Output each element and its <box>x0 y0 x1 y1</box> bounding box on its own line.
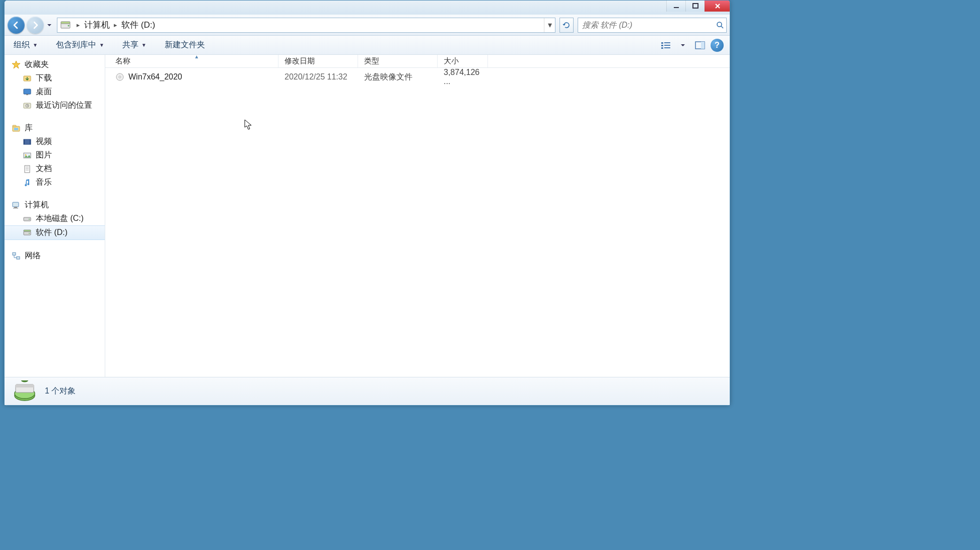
svg-rect-16 <box>26 94 28 95</box>
refresh-button[interactable] <box>559 18 574 33</box>
download-icon <box>23 74 32 83</box>
svg-rect-22 <box>24 139 31 144</box>
sidebar-item-downloads[interactable]: 下载 <box>5 71 105 85</box>
status-text: 1 个对象 <box>45 386 76 397</box>
forward-button[interactable] <box>27 17 44 34</box>
sidebar-item-drive-d[interactable]: 软件 (D:) <box>5 225 105 240</box>
sidebar-item-label: 最近访问的位置 <box>36 100 92 111</box>
file-row[interactable]: Win7x64_2020 2020/12/25 11:32 光盘映像文件 3,8… <box>105 70 730 84</box>
search-input[interactable] <box>578 21 714 30</box>
back-button[interactable] <box>8 17 25 34</box>
column-header-date[interactable]: 修改日期 <box>278 55 358 67</box>
search-icon[interactable] <box>714 18 726 32</box>
column-header-name[interactable]: 名称▲ <box>105 55 278 67</box>
svg-rect-36 <box>13 253 16 255</box>
drive-icon <box>23 214 32 223</box>
sidebar-item-label: 图片 <box>36 150 52 161</box>
svg-rect-11 <box>664 47 670 48</box>
network-icon <box>12 252 21 261</box>
sidebar-item-drive-c[interactable]: 本地磁盘 (C:) <box>5 212 105 225</box>
nav-history-dropdown[interactable] <box>46 20 53 30</box>
help-button[interactable]: ? <box>711 39 724 52</box>
view-mode-button[interactable] <box>659 39 672 52</box>
computer-icon <box>12 201 21 210</box>
svg-point-32 <box>29 218 30 219</box>
close-button[interactable] <box>705 1 730 12</box>
toolbar: 组织▼ 包含到库中▼ 共享▼ 新建文件夹 ? <box>5 36 730 55</box>
svg-rect-30 <box>13 208 18 209</box>
breadcrumb-separator: ▸ <box>77 21 80 29</box>
newfolder-label: 新建文件夹 <box>165 40 205 50</box>
drive-icon <box>23 228 32 238</box>
library-group: 库 视频 图片 文档 音乐 <box>5 121 105 189</box>
drive-icon <box>59 19 72 31</box>
computer-group: 计算机 本地磁盘 (C:) 软件 (D:) <box>5 198 105 240</box>
maximize-button[interactable] <box>685 1 705 12</box>
organize-label: 组织 <box>14 40 30 50</box>
column-header-size[interactable]: 大小 <box>438 55 488 67</box>
svg-rect-28 <box>13 202 19 207</box>
svg-point-34 <box>29 232 30 233</box>
nav-bar: ▸ 计算机 ▸ 软件 (D:) ▾ <box>5 15 730 36</box>
svg-rect-21 <box>14 128 18 130</box>
favorites-header[interactable]: 收藏夹 <box>5 58 105 71</box>
breadcrumb-computer[interactable]: 计算机 <box>83 18 111 32</box>
iso-file-icon <box>115 72 124 82</box>
chevron-down-icon: ▼ <box>142 42 147 48</box>
include-in-library-menu[interactable]: 包含到库中▼ <box>53 38 107 52</box>
nav-pane: 收藏夹 下载 桌面 最近访问的位置 库 视频 图片 文档 音乐 计算机 本地磁盘… <box>5 55 105 377</box>
sidebar-item-label: 桌面 <box>36 87 52 97</box>
sidebar-item-music[interactable]: 音乐 <box>5 176 105 189</box>
file-size-cell: 3,874,126 ... <box>438 68 488 86</box>
sidebar-item-pictures[interactable]: 图片 <box>5 148 105 162</box>
body-area: 收藏夹 下载 桌面 最近访问的位置 库 视频 图片 文档 音乐 计算机 本地磁盘… <box>5 55 730 377</box>
svg-rect-35 <box>24 230 31 231</box>
svg-rect-15 <box>24 89 31 94</box>
network-group: 网络 <box>5 249 105 263</box>
svg-rect-23 <box>24 139 25 144</box>
svg-rect-44 <box>16 384 34 387</box>
svg-rect-29 <box>14 207 17 208</box>
sidebar-item-label: 音乐 <box>36 177 52 188</box>
minimize-button[interactable] <box>666 1 685 12</box>
network-label: 网络 <box>25 251 41 261</box>
status-bar: 1 个对象 <box>5 377 730 405</box>
library-header[interactable]: 库 <box>5 121 105 135</box>
column-label: 修改日期 <box>285 56 315 66</box>
preview-pane-button[interactable] <box>693 39 707 52</box>
breadcrumb-current[interactable]: 软件 (D:) <box>120 18 156 32</box>
sidebar-item-label: 下载 <box>36 73 52 84</box>
star-icon <box>12 60 21 69</box>
breadcrumb-separator: ▸ <box>114 21 117 29</box>
network-header[interactable]: 网络 <box>5 249 105 263</box>
view-dropdown[interactable] <box>676 39 689 52</box>
sidebar-item-desktop[interactable]: 桌面 <box>5 85 105 99</box>
svg-rect-1 <box>693 4 698 8</box>
file-list[interactable]: Win7x64_2020 2020/12/25 11:32 光盘映像文件 3,8… <box>105 68 730 377</box>
sidebar-item-recent[interactable]: 最近访问的位置 <box>5 99 105 112</box>
svg-rect-37 <box>17 257 20 259</box>
svg-rect-27 <box>25 166 30 173</box>
svg-rect-20 <box>13 125 16 127</box>
file-name: Win7x64_2020 <box>128 72 182 82</box>
address-bar[interactable]: ▸ 计算机 ▸ 软件 (D:) ▾ <box>57 18 555 33</box>
svg-rect-0 <box>674 7 679 8</box>
sidebar-item-label: 软件 (D:) <box>36 227 67 238</box>
chevron-down-icon: ▼ <box>33 42 38 48</box>
sidebar-item-videos[interactable]: 视频 <box>5 135 105 148</box>
organize-menu[interactable]: 组织▼ <box>11 38 41 52</box>
new-folder-button[interactable]: 新建文件夹 <box>162 38 208 52</box>
sidebar-item-documents[interactable]: 文档 <box>5 162 105 176</box>
column-header-type[interactable]: 类型 <box>358 55 438 67</box>
drive-large-icon <box>13 380 37 403</box>
computer-header[interactable]: 计算机 <box>5 198 105 212</box>
search-box[interactable] <box>578 18 727 33</box>
share-menu[interactable]: 共享▼ <box>119 38 150 52</box>
svg-rect-4 <box>61 22 70 24</box>
address-dropdown[interactable]: ▾ <box>544 18 555 32</box>
library-icon <box>12 124 21 133</box>
svg-rect-13 <box>701 42 705 49</box>
svg-rect-9 <box>664 45 670 46</box>
svg-rect-8 <box>661 45 663 46</box>
picture-icon <box>23 151 32 160</box>
